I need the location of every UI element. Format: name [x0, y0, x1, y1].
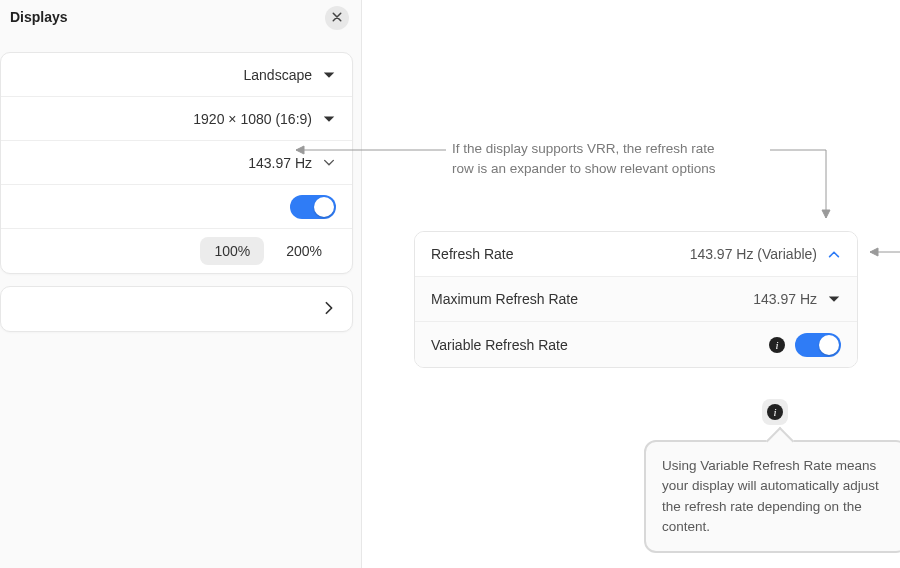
chevron-up-icon [827, 247, 841, 261]
svg-marker-1 [296, 146, 304, 154]
vrr-tooltip: Using Variable Refresh Rate means your d… [644, 440, 900, 553]
max-refresh-row[interactable]: Maximum Refresh Rate 143.97 Hz [415, 277, 857, 322]
info-icon: i [767, 404, 783, 420]
tooltip-text: Using Variable Refresh Rate means your d… [662, 458, 879, 534]
vrr-toggle[interactable] [795, 333, 841, 357]
dropdown-icon [827, 292, 841, 306]
max-refresh-label: Maximum Refresh Rate [431, 291, 578, 307]
svg-marker-4 [870, 248, 878, 256]
max-refresh-value: 143.97 Hz [753, 291, 817, 307]
info-chip[interactable]: i [762, 399, 788, 425]
vrr-row: Variable Refresh Rate i [415, 322, 857, 367]
vrr-label: Variable Refresh Rate [431, 337, 568, 353]
info-icon[interactable]: i [769, 337, 785, 353]
refresh-rate-label: Refresh Rate [431, 246, 513, 262]
refresh-rate-summary: 143.97 Hz (Variable) [690, 246, 817, 262]
refresh-rate-expander: Refresh Rate 143.97 Hz (Variable) Maximu… [414, 231, 858, 368]
refresh-rate-header-row[interactable]: Refresh Rate 143.97 Hz (Variable) [415, 232, 857, 277]
svg-marker-2 [822, 210, 830, 218]
